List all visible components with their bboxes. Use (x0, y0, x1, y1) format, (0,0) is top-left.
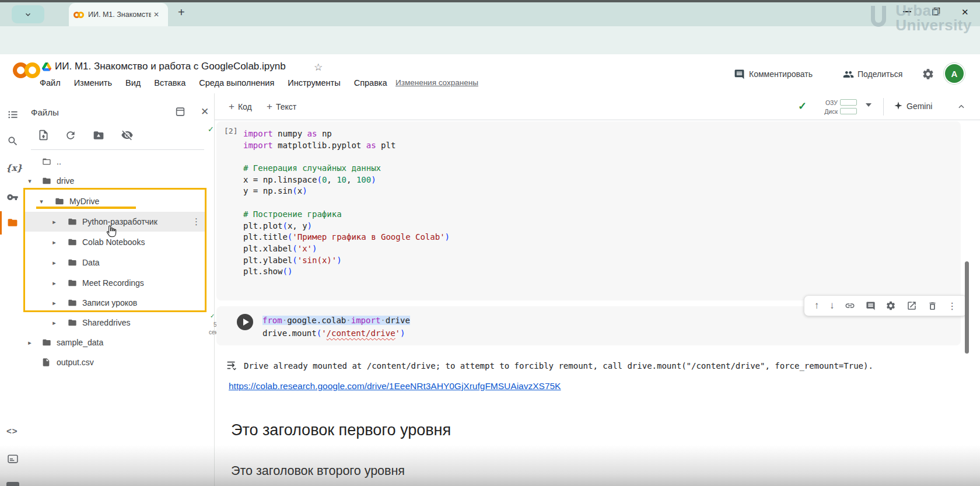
link-to-cell-icon[interactable] (845, 300, 855, 311)
resources-dropdown-icon[interactable] (866, 103, 872, 107)
comment-button[interactable]: Комментировать (749, 69, 813, 79)
cell-toolbar: ↑ ↓ ⋮ (804, 295, 967, 316)
toolbar-divider (883, 98, 884, 116)
tree-item-drive[interactable]: ▾drive (23, 171, 206, 191)
plus-icon: + (267, 101, 272, 113)
expand-arrow-icon[interactable]: ▸ (51, 218, 58, 226)
move-cell-up-icon[interactable]: ↑ (814, 300, 820, 312)
expand-arrow-icon[interactable]: ▸ (51, 259, 58, 267)
add-code-button[interactable]: +Код (229, 101, 252, 113)
markdown-h1: Это заголовок первого уровня (231, 421, 451, 439)
mount-drive-icon[interactable] (92, 130, 105, 141)
table-of-contents-icon[interactable] (7, 109, 19, 120)
menu-среда-выполнения[interactable]: Среда выполнения (199, 78, 274, 88)
expand-arrow-icon[interactable]: ▸ (51, 299, 58, 307)
tree-item-Meet-Recordings[interactable]: ▸Meet Recordings (23, 273, 206, 293)
menu-инструменты[interactable]: Инструменты (288, 78, 340, 88)
tree-item-Shareddrives[interactable]: ▸Shareddrives (23, 313, 206, 333)
more-cell-actions-icon[interactable]: ⋮ (947, 300, 957, 312)
chevron-down-icon (24, 11, 32, 19)
resources-meter[interactable]: ОЗУ Диск (820, 97, 857, 114)
add-comment-icon[interactable] (866, 301, 876, 311)
gemini-button[interactable]: Gemini (907, 102, 932, 111)
tree-item-label: Meet Recordings (82, 278, 144, 288)
drive-file-icon (42, 62, 51, 71)
folder-icon (67, 318, 78, 327)
file-icon (41, 358, 51, 367)
notebook-title[interactable]: ИИ. М1. Знакомство и работа с GoogleCola… (55, 61, 286, 72)
share-button[interactable]: Поделиться (858, 69, 902, 79)
code-editor[interactable]: import numpy as npimport matplotlib.pypl… (243, 128, 450, 278)
folder-icon (67, 258, 78, 267)
tab-close-icon[interactable]: ✕ (153, 11, 159, 19)
code-line: from·google.colab·import·drive (262, 314, 410, 327)
menu-изменить[interactable]: Изменить (74, 78, 112, 88)
menu-bar: ФайлИзменитьВидВставкаСреда выполненияИн… (40, 78, 387, 88)
execution-count[interactable]: [2] (224, 127, 237, 135)
browser-tab[interactable]: ИИ. М1. Знакомство и работа ✕ (69, 3, 168, 26)
output-indicator-icon[interactable] (225, 359, 238, 372)
files-folder-icon[interactable] (6, 217, 19, 228)
tree-item-label: Python-разработчик (82, 217, 158, 226)
star-notebook-icon[interactable]: ☆ (314, 61, 323, 74)
add-text-button[interactable]: +Текст (267, 101, 296, 113)
colab-logo-icon[interactable] (13, 62, 40, 81)
expand-arrow-icon[interactable]: ▸ (51, 319, 58, 327)
code-snippets-icon[interactable]: <> (6, 426, 18, 436)
cell-settings-gear-icon[interactable] (886, 300, 896, 311)
secrets-key-icon[interactable] (6, 191, 19, 203)
hide-hidden-files-icon[interactable] (121, 129, 134, 141)
markdown-link[interactable]: https://colab.research.google.com/drive/… (229, 381, 561, 391)
menu-вид[interactable]: Вид (125, 78, 141, 88)
move-cell-down-icon[interactable]: ↓ (830, 300, 835, 312)
terminal-icon[interactable] (6, 453, 19, 464)
mirror-cell-icon[interactable] (907, 300, 917, 311)
expand-arrow-icon[interactable]: ▸ (26, 339, 33, 347)
tree-item-output.csv[interactable]: output.csv (23, 352, 206, 372)
close-panel-icon[interactable]: ✕ (201, 106, 209, 118)
tree-item-..[interactable]: .. (23, 152, 206, 172)
restore-icon[interactable] (932, 8, 940, 16)
minimize-icon[interactable] (903, 11, 911, 12)
tree-item-Записи-уроков[interactable]: ▸Записи уроков (23, 293, 206, 313)
tab-search-button[interactable] (12, 5, 44, 23)
menu-справка[interactable]: Справка (354, 78, 387, 88)
collapse-header-icon[interactable] (957, 103, 966, 111)
expand-arrow-icon[interactable]: ▸ (51, 239, 58, 246)
account-avatar[interactable]: A (945, 64, 964, 83)
settings-gear-icon[interactable] (922, 68, 935, 81)
panel-divider (31, 149, 204, 150)
code-cell-1[interactable]: [2] import numpy as npimport matplotlib.… (216, 121, 961, 300)
disk-label: Диск (820, 108, 838, 115)
notebook-scrollbar[interactable] (965, 261, 969, 354)
tree-item-Data[interactable]: ▸Data (23, 253, 206, 272)
clipped-rail-icon[interactable] (6, 482, 19, 486)
refresh-files-icon[interactable] (65, 130, 76, 141)
code-line: y = np.sin(x) (243, 186, 450, 197)
save-status[interactable]: Изменения сохранены (396, 78, 478, 87)
tree-item-sample_data[interactable]: ▸sample_data (23, 333, 206, 352)
upload-file-icon[interactable] (37, 129, 50, 141)
variables-icon[interactable]: {x} (6, 163, 22, 173)
run-cell-button[interactable] (237, 314, 253, 330)
collapse-arrow-icon[interactable]: ▾ (38, 198, 45, 205)
menu-файл[interactable]: Файл (40, 78, 61, 88)
code-line: import numpy as np (243, 128, 450, 140)
item-menu-kebab-icon[interactable]: ⋮ (192, 216, 201, 227)
comment-icon[interactable] (734, 69, 745, 80)
search-icon[interactable] (7, 135, 19, 147)
share-people-icon[interactable] (842, 69, 855, 80)
close-window-icon[interactable]: ✕ (961, 7, 969, 18)
collapse-arrow-icon[interactable]: ▾ (26, 177, 33, 185)
menu-вставка[interactable]: Вставка (154, 78, 186, 88)
code-line (243, 197, 450, 209)
window-top-edge (0, 0, 980, 2)
tree-item-label: MyDrive (69, 197, 99, 206)
open-in-pane-icon[interactable] (175, 107, 186, 117)
files-panel-title: Файлы (31, 107, 59, 117)
code-editor[interactable]: from·google.colab·import·drivedrive.moun… (262, 314, 410, 340)
delete-cell-icon[interactable] (928, 301, 937, 311)
tree-item-label: sample_data (57, 338, 103, 347)
new-tab-button[interactable]: + (178, 6, 185, 19)
expand-arrow-icon[interactable]: ▸ (51, 279, 58, 287)
